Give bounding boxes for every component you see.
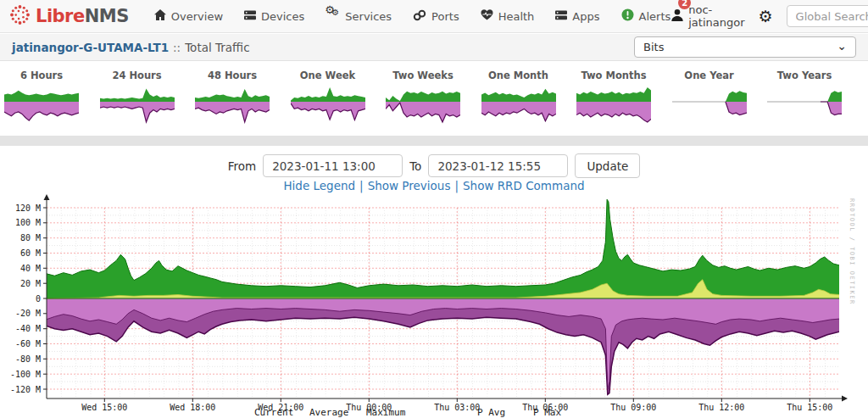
svg-text:-60 M: -60 M (15, 339, 41, 348)
nav-items: OverviewDevices⚙⚙ServicesPortsHealthApps… (154, 8, 670, 24)
svg-text:0: 0 (36, 294, 41, 304)
thumbnail-two-months[interactable]: Two Months (574, 70, 654, 124)
svg-text:Wed 18:00: Wed 18:00 (170, 403, 215, 412)
thumbnail-label: Two Years (765, 70, 844, 81)
thumbnail-label: One Week (288, 70, 368, 81)
date-range-controls: From To Update (0, 153, 868, 178)
svg-text:-20 M: -20 M (15, 309, 41, 318)
update-button[interactable]: Update (575, 153, 640, 178)
thumbnail-label: Two Months (574, 70, 654, 81)
thumbnail-sparkline (288, 85, 368, 124)
link-separator: | (359, 179, 364, 192)
thumbnail-label: 48 Hours (192, 70, 272, 81)
thumbnail-sparkline (574, 85, 654, 124)
global-search-input[interactable] (787, 5, 868, 27)
nav-item-health[interactable]: Health (481, 9, 535, 23)
brand-libre: Libre (36, 6, 85, 26)
thumbnail-sparkline (670, 85, 749, 124)
breadcrumb-separator: :: (173, 41, 181, 54)
user-menu[interactable]: 2 noc-jatinangor (670, 3, 744, 29)
link-hide-legend[interactable]: Hide Legend (283, 179, 355, 192)
legend-header: Maximum (366, 407, 406, 418)
link-icon (413, 9, 426, 24)
svg-text:-100 M: -100 M (10, 370, 41, 379)
link-separator: | (454, 179, 459, 192)
thumbnail-24-hours[interactable]: 24 Hours (97, 70, 177, 124)
thumbnail-label: 24 Hours (97, 70, 177, 81)
svg-text:Thu 12:00: Thu 12:00 (698, 403, 744, 412)
svg-text:-40 M: -40 M (15, 324, 41, 333)
rrdtool-watermark: RRDTOOL / TOBI OETIKER (849, 198, 855, 305)
chevron-down-icon: ⌄ (837, 40, 847, 52)
from-label: From (228, 159, 256, 173)
to-date-input[interactable] (428, 154, 568, 177)
to-label: To (409, 159, 421, 173)
traffic-graph-svg: 120 M100 M80 M60 M40 M20 M0-20 M-40 M-60… (0, 193, 868, 418)
home-icon (154, 9, 166, 23)
gears-icon: ⚙⚙ (326, 9, 340, 24)
thumbnail-sparkline (97, 85, 177, 124)
device-header-bar: jatinangor-G-UTAMA-LT1 :: Total Traffic … (0, 34, 868, 61)
nav-item-ports[interactable]: Ports (413, 9, 459, 24)
legend-header: P Max (533, 407, 561, 418)
user-icon (670, 8, 684, 24)
nav-item-apps[interactable]: Apps (555, 10, 599, 23)
link-show-previous[interactable]: Show Previous (368, 179, 451, 192)
period-thumbnails: 6 Hours 24 Hours 48 Hours One Week Two W… (0, 70, 868, 124)
alert-icon (621, 8, 634, 24)
svg-text:-80 M: -80 M (15, 354, 41, 364)
legend-header: Current (254, 407, 293, 418)
page-title: Total Traffic (185, 41, 249, 54)
svg-text:-120 M: -120 M (10, 385, 41, 394)
svg-text:Thu 15:00: Thu 15:00 (787, 403, 832, 412)
nav-item-devices[interactable]: Devices (244, 10, 304, 23)
thumbnail-48-hours[interactable]: 48 Hours (192, 70, 272, 124)
thumbnail-sparkline (479, 85, 559, 124)
thumbnail-label: One Month (479, 70, 559, 81)
thumbnail-label: 6 Hours (2, 70, 81, 81)
svg-text:Wed 15:00: Wed 15:00 (81, 403, 127, 412)
nav-right: 2 noc-jatinangor ⚙ (670, 3, 868, 29)
apps-icon (555, 10, 567, 23)
svg-text:80 M: 80 M (20, 233, 41, 242)
librenms-logo-icon (8, 3, 31, 30)
link-show-rrd-command[interactable]: Show RRD Command (463, 179, 585, 192)
svg-text:20 M: 20 M (20, 279, 41, 288)
svg-text:100 M: 100 M (15, 218, 41, 227)
thumbnail-sparkline (192, 85, 272, 124)
svg-text:Thu 03:00: Thu 03:00 (434, 403, 480, 412)
legend-header: Average (309, 407, 348, 418)
thumbnail-one-year[interactable]: One Year (670, 70, 749, 124)
heartbeat-icon (481, 9, 493, 23)
thumbnail-sparkline (383, 85, 463, 124)
unit-select-dropdown[interactable]: Bits ⌄ (634, 36, 856, 58)
thumbnail-one-month[interactable]: One Month (479, 70, 559, 124)
nav-item-overview[interactable]: Overview (154, 9, 223, 23)
server-icon (244, 10, 256, 23)
thumbnail-two-weeks[interactable]: Two Weeks (383, 70, 463, 124)
thumbnail-label: One Year (670, 70, 749, 81)
brand-nms: NMS (85, 6, 129, 26)
device-name-link[interactable]: jatinangor-G-UTAMA-LT1 (12, 41, 169, 54)
svg-text:Thu 09:00: Thu 09:00 (610, 403, 656, 412)
legend-header: P Avg (477, 407, 505, 418)
thumbnail-one-week[interactable]: One Week (288, 70, 368, 124)
panel-divider (0, 136, 868, 146)
thumbnail-two-years[interactable]: Two Years (765, 70, 844, 124)
nav-item-services[interactable]: ⚙⚙Services (326, 9, 392, 24)
svg-text:60 M: 60 M (20, 248, 41, 258)
svg-text:120 M: 120 M (15, 203, 41, 213)
unit-selected-value: Bits (643, 41, 664, 53)
thumbnail-sparkline (2, 85, 81, 124)
nav-item-alerts[interactable]: Alerts (621, 8, 671, 24)
svg-text:40 M: 40 M (20, 264, 41, 273)
thumbnail-label: Two Weeks (383, 70, 463, 81)
graph-option-links: Hide Legend|Show Previous|Show RRD Comma… (0, 179, 868, 192)
librenms-brand[interactable]: LibreNMS (8, 3, 129, 30)
traffic-graph[interactable]: 120 M100 M80 M60 M40 M20 M0-20 M-40 M-60… (0, 193, 868, 418)
settings-gear-icon[interactable]: ⚙ (759, 8, 773, 25)
thumbnail-6-hours[interactable]: 6 Hours (2, 70, 81, 124)
thumbnail-sparkline (765, 85, 844, 124)
from-date-input[interactable] (263, 154, 403, 177)
username: noc-jatinangor (688, 3, 744, 29)
